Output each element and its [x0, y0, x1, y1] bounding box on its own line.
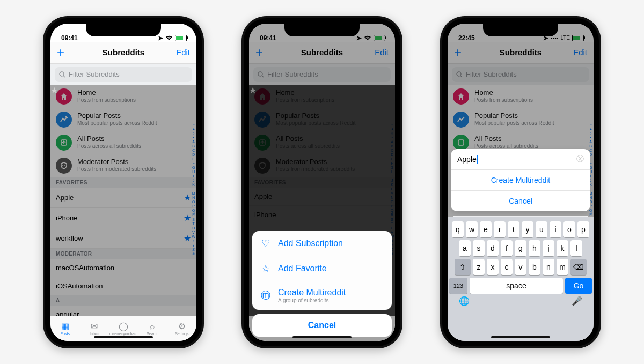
create-multireddit-button[interactable]: Create Multireddit	[451, 170, 590, 191]
key-s[interactable]: s	[473, 240, 485, 256]
key-q[interactable]: q	[452, 221, 464, 237]
go-key[interactable]: Go	[565, 278, 592, 294]
key-u[interactable]: u	[536, 221, 547, 237]
star-icon: ☆	[260, 263, 272, 274]
key-p[interactable]: p	[577, 221, 589, 237]
key-c[interactable]: c	[501, 259, 513, 275]
add-subscription-button[interactable]: ♡ Add Subscription	[252, 231, 392, 256]
key-a[interactable]: a	[459, 240, 471, 256]
edit-button[interactable]: Edit	[167, 48, 190, 57]
key-w[interactable]: w	[466, 221, 478, 237]
key-v[interactable]: v	[515, 259, 526, 275]
nav-bar: + Subreddits Edit	[50, 42, 196, 64]
key-h[interactable]: h	[529, 240, 540, 256]
add-button[interactable]: +	[57, 45, 79, 60]
phone-list-view: 09:41 ➤ + Subreddits Edit	[43, 16, 204, 348]
key-n[interactable]: n	[543, 259, 554, 275]
key-g[interactable]: g	[515, 240, 526, 256]
multireddit-name-input[interactable]: Apple ⓧ	[451, 149, 590, 170]
cancel-button[interactable]: Cancel	[252, 314, 392, 337]
search-icon	[59, 71, 65, 78]
key-d[interactable]: d	[487, 240, 499, 256]
search-icon: ⌕	[150, 322, 155, 331]
key-r[interactable]: r	[494, 221, 506, 237]
home-indicator[interactable]	[94, 336, 153, 338]
heart-icon: ♡	[260, 237, 272, 249]
key-b[interactable]: b	[529, 259, 540, 275]
sub-item[interactable]: angular★	[50, 306, 196, 316]
page-title: Subreddits	[103, 48, 144, 57]
key-k[interactable]: k	[557, 240, 568, 256]
keyboard[interactable]: qwertyuiop asdfghjkl ⇧ zxcvbnm ⌫ 123 spa…	[448, 217, 594, 341]
inbox-icon: ✉	[91, 321, 98, 331]
key-j[interactable]: j	[543, 240, 554, 256]
create-multireddit-button[interactable]: ⓜ Create MultiredditA group of subreddit…	[252, 281, 392, 310]
wifi-icon	[165, 35, 173, 41]
backspace-key[interactable]: ⌫	[570, 259, 587, 275]
key-x[interactable]: x	[487, 259, 499, 275]
multireddit-icon: ⓜ	[260, 289, 272, 302]
location-icon: ➤	[158, 34, 163, 42]
search-input[interactable]: Filter Subreddits	[55, 67, 192, 82]
key-m[interactable]: m	[557, 259, 568, 275]
key-i[interactable]: i	[550, 221, 561, 237]
phone-action-sheet: 09:41 ➤ +SubredditsEdit Filter Subreddit…	[241, 16, 402, 348]
posts-icon: ▦	[61, 321, 69, 331]
key-f[interactable]: f	[501, 240, 513, 256]
globe-icon[interactable]: 🌐	[459, 296, 470, 306]
svg-point-0	[60, 72, 64, 76]
search-placeholder: Filter Subreddits	[69, 70, 120, 78]
key-t[interactable]: t	[508, 221, 519, 237]
gear-icon: ⚙	[178, 321, 186, 331]
key-z[interactable]: z	[473, 259, 485, 275]
phone-create-multireddit: 22:45 ➤ ●●●● LTE +SubredditsEdit Filter …	[440, 16, 601, 348]
battery-icon	[175, 35, 187, 41]
key-o[interactable]: o	[564, 221, 575, 237]
numbers-key[interactable]: 123	[449, 278, 467, 294]
key-y[interactable]: y	[522, 221, 533, 237]
profile-icon: ◯	[119, 321, 128, 331]
key-e[interactable]: e	[480, 221, 492, 237]
name-input-sheet: Apple ⓧ Create Multireddit Cancel	[451, 149, 590, 211]
clock: 09:41	[61, 34, 78, 42]
key-l[interactable]: l	[570, 240, 582, 256]
add-favorite-button[interactable]: ☆ Add Favorite	[252, 256, 392, 281]
cancel-button[interactable]: Cancel	[451, 191, 590, 211]
mic-icon[interactable]: 🎤	[572, 296, 582, 306]
star-outline-icon[interactable]: ★	[50, 85, 196, 316]
space-key[interactable]: space	[470, 278, 563, 294]
action-sheet: ♡ Add Subscription ☆ Add Favorite ⓜ Crea…	[252, 231, 392, 337]
clear-icon[interactable]: ⓧ	[576, 154, 584, 164]
shift-key[interactable]: ⇧	[455, 259, 471, 275]
svg-line-1	[63, 76, 65, 77]
